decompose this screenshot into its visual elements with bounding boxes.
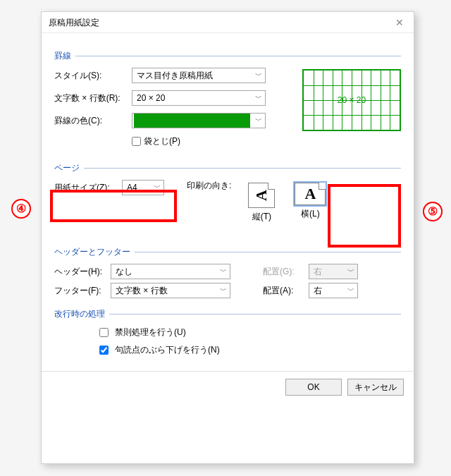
page-portrait-icon: A	[248, 183, 275, 208]
dialog-footer: OK キャンセル	[42, 371, 414, 403]
chevron-down-icon: ﹀	[347, 264, 354, 279]
grid-preview: 20 × 20	[302, 69, 401, 131]
kinsoku-checkbox[interactable]	[99, 328, 109, 337]
align-a-label: 配置(A):	[263, 285, 302, 297]
rc-select[interactable]: 20 × 20 ﹀	[132, 90, 266, 106]
group-grid-title: 罫線	[54, 50, 71, 62]
annotation-marker-5: ⑤	[423, 202, 443, 221]
footer-label: フッター(F):	[54, 285, 104, 297]
chevron-down-icon: ﹀	[220, 283, 227, 298]
close-icon[interactable]: ✕	[385, 12, 414, 33]
kinsoku-label: 禁則処理を行う(U)	[115, 327, 186, 338]
orientation-landscape[interactable]: A 横(L)	[292, 180, 328, 223]
align-g-value: 右	[314, 267, 322, 276]
ok-button[interactable]: OK	[285, 379, 342, 396]
grid-section: スタイル(S): マス目付き原稿用紙 ﹀ 文字数 × 行数(R): 20 × 2…	[54, 68, 401, 152]
page-landscape-icon: A	[295, 183, 326, 205]
header-label: ヘッダー(H):	[54, 266, 104, 278]
divider	[84, 168, 401, 169]
portrait-label: 縦(T)	[252, 212, 271, 221]
fold-checkbox-row: 袋とじ(P)	[132, 135, 180, 147]
style-label: スタイル(S):	[54, 70, 132, 82]
group-hf-title: ヘッダーとフッター	[54, 246, 130, 258]
group-grid-head: 罫線	[54, 50, 401, 62]
align-g-select: 右 ﹀	[309, 264, 358, 279]
orientation-portrait[interactable]: A 縦(T)	[245, 180, 278, 226]
rc-label: 文字数 × 行数(R):	[54, 92, 132, 104]
style-select-value: マス目付き原稿用紙	[137, 71, 213, 80]
align-a-select[interactable]: 右 ﹀	[309, 283, 358, 298]
divider	[135, 252, 401, 252]
footer-value: 文字数 × 行数	[116, 286, 168, 295]
header-select[interactable]: なし ﹀	[111, 264, 230, 279]
kutouten-label: 句読点のぶら下げを行う(N)	[115, 344, 220, 356]
style-select[interactable]: マス目付き原稿用紙 ﹀	[132, 68, 266, 83]
orientation-options: A 縦(T) A 横(L)	[245, 180, 328, 226]
divider	[75, 56, 401, 56]
fold-label: 袋とじ(P)	[144, 135, 180, 147]
window-title: 原稿用紙設定	[49, 18, 99, 28]
align-g-label: 配置(G):	[263, 266, 302, 278]
group-wrap-title: 改行時の処理	[54, 308, 105, 320]
divider	[109, 314, 401, 315]
fold-checkbox[interactable]	[132, 137, 141, 146]
dialog-window: 原稿用紙設定 ✕ 罫線 スタイル(S): マス目付き原稿用紙 ﹀ 文字数 × 行…	[41, 11, 414, 464]
highlight-paper-size	[50, 190, 177, 222]
rc-select-value: 20 × 20	[137, 93, 165, 103]
group-page-head: ページ	[54, 162, 401, 174]
titlebar: 原稿用紙設定 ✕	[42, 12, 414, 33]
chevron-down-icon: ﹀	[255, 68, 262, 83]
chevron-down-icon: ﹀	[220, 264, 227, 279]
header-row: ヘッダー(H): なし ﹀ 配置(G): 右 ﹀	[54, 264, 401, 279]
cancel-button[interactable]: キャンセル	[347, 379, 404, 396]
chevron-down-icon: ﹀	[255, 114, 262, 128]
group-page-title: ページ	[54, 162, 80, 174]
footer-row: フッター(F): 文字数 × 行数 ﹀ 配置(A): 右 ﹀	[54, 283, 401, 298]
chevron-down-icon: ﹀	[255, 91, 262, 105]
group-wrap-head: 改行時の処理	[54, 308, 401, 320]
kutouten-row: 句読点のぶら下げを行う(N)	[97, 343, 401, 357]
kinsoku-row: 禁則処理を行う(U)	[97, 326, 401, 339]
orientation-label: 印刷の向き:	[187, 180, 231, 192]
chevron-down-icon: ﹀	[347, 283, 354, 298]
color-swatch	[134, 114, 250, 128]
color-select[interactable]: ﹀	[132, 113, 266, 128]
align-a-value: 右	[314, 286, 322, 295]
annotation-marker-4: ④	[11, 199, 31, 219]
grid-preview-text: 20 × 20	[338, 95, 366, 105]
color-label: 罫線の色(C):	[54, 115, 132, 127]
group-hf-head: ヘッダーとフッター	[54, 246, 401, 258]
highlight-landscape	[328, 184, 401, 248]
footer-select[interactable]: 文字数 × 行数 ﹀	[111, 283, 230, 298]
landscape-label: 横(L)	[301, 209, 320, 219]
header-value: なし	[116, 267, 132, 276]
kutouten-checkbox[interactable]	[99, 346, 109, 355]
